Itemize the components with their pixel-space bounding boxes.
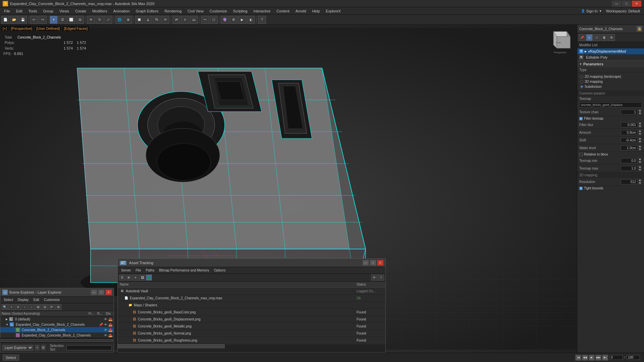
asset-grid-view-button[interactable]: ⊞: [126, 275, 132, 281]
resolution-down-button[interactable]: ▼: [638, 182, 642, 185]
active-shade-button[interactable]: ◐: [247, 16, 255, 24]
redo-button[interactable]: ↪: [39, 16, 47, 24]
navigation-cube[interactable]: Front Perspective: [547, 28, 574, 55]
texture-chan-up-button[interactable]: ▲: [638, 109, 642, 112]
rectangular-region-button[interactable]: ⬜: [67, 16, 75, 24]
explorer-up-button[interactable]: ↑: [22, 304, 28, 310]
move-button[interactable]: ✛: [87, 16, 95, 24]
explorer-sync-button[interactable]: ⟳: [49, 304, 55, 310]
asset-row-normal[interactable]: 🖼 Concrete_Bricks_geo6_Normal.png Found: [118, 330, 385, 337]
viewport-plus-label[interactable]: [+]: [1, 26, 8, 31]
mirror-button[interactable]: ⇌: [172, 16, 180, 24]
explorer-row-concrete-block[interactable]: □ Concrete_Block_2_Channels 👁 📤: [0, 327, 114, 333]
scene-explorer-close-button[interactable]: ✕: [106, 290, 112, 295]
param-filter-blur-value[interactable]: 0.001: [621, 122, 638, 127]
angle-snap-button[interactable]: ∡: [144, 16, 152, 24]
menu-group[interactable]: Group: [40, 8, 56, 14]
asset-hscrollbar[interactable]: [118, 344, 385, 348]
param-water-level-value[interactable]: 1.0cm: [621, 145, 638, 150]
texmap-max-up-button[interactable]: ▲: [638, 165, 642, 168]
scene-explorer-maximize-button[interactable]: □: [98, 290, 104, 295]
asset-menu-file[interactable]: File: [133, 268, 143, 273]
parameters-header[interactable]: ▼ Parameters: [577, 61, 644, 67]
param-texmap-min-value[interactable]: 0.0: [621, 158, 638, 163]
asset-row-displacement[interactable]: 🖼 Concrete_Bricks_geo6_Displacement.png …: [118, 316, 385, 323]
asset-hscroll-thumb[interactable]: [118, 344, 225, 348]
texmap-max-down-button[interactable]: ▼: [638, 168, 642, 171]
texmap-min-up-button[interactable]: ▲: [638, 158, 642, 161]
modifier-lock-button[interactable]: 🔒: [637, 26, 642, 32]
remove-modifier-button[interactable]: 🗑: [601, 34, 607, 41]
shift-up-button[interactable]: ▲: [638, 137, 642, 140]
texmap-value[interactable]: oncrete_Bricks_geo6_Displace: [579, 102, 642, 108]
material-editor-button[interactable]: 🔮: [221, 16, 229, 24]
configure-button[interactable]: ⚙: [608, 34, 615, 41]
texmap-min-down-button[interactable]: ▼: [638, 161, 642, 164]
render-frame-button[interactable]: ▶: [238, 16, 246, 24]
reference-coord-button[interactable]: 🌐: [115, 16, 123, 24]
explorer-collapse-all-button[interactable]: ⊟: [42, 304, 48, 310]
menu-modifiers[interactable]: Modifiers: [90, 8, 110, 14]
explorer-menu-edit[interactable]: Edit: [32, 297, 41, 302]
explorer-config-button[interactable]: ⚙: [41, 345, 45, 350]
viewport-edged-faces-label[interactable]: [Edged Faces]: [62, 26, 89, 31]
filter-blur-up-button[interactable]: ▲: [638, 122, 642, 125]
explorer-filter-button[interactable]: 🔍: [2, 304, 8, 310]
key-begin-button[interactable]: |◀: [575, 355, 581, 361]
asset-row-vault[interactable]: 🏛 Autodesk Vault Logged Ou...: [118, 288, 385, 295]
render-setup-button[interactable]: ⚙: [229, 16, 237, 24]
asset-row-roughness[interactable]: 🖼 Concrete_Bricks_geo6_Roughness.png Fou…: [118, 337, 385, 344]
filter-blur-down-button[interactable]: ▼: [638, 125, 642, 128]
texture-chan-down-button[interactable]: ▼: [638, 112, 642, 115]
asset-tracking-minimize-button[interactable]: —: [363, 260, 369, 265]
radio-3d-mapping[interactable]: 3D mapping: [580, 79, 641, 84]
select-button[interactable]: Select: [3, 355, 19, 361]
asset-menu-options[interactable]: Options: [212, 268, 227, 273]
water-level-down-button[interactable]: ▼: [638, 148, 642, 151]
explorer-row-expanded-clay-obj[interactable]: □ Expanded_Clay_Concrete_Block_2_Channel…: [0, 333, 114, 338]
menu-create[interactable]: Create: [72, 8, 89, 14]
radio-2d-mapping[interactable]: 2D mapping (landscape): [580, 74, 641, 79]
viewport-user-defined-label[interactable]: [User Defined]: [35, 26, 61, 31]
spinner-snap-button[interactable]: ⟳: [161, 16, 169, 24]
select-object-button[interactable]: ✦: [50, 16, 58, 24]
asset-menu-bitmap[interactable]: Bitmap Performance and Memory: [157, 268, 211, 273]
asset-help-button[interactable]: ?: [378, 275, 384, 281]
help-button[interactable]: ?: [258, 16, 266, 24]
schematic-view-button[interactable]: ⬡: [210, 16, 218, 24]
menu-file[interactable]: File: [1, 8, 13, 14]
explorer-down-button[interactable]: ↓: [29, 304, 35, 310]
param-shift-value[interactable]: -0.4cm: [621, 138, 638, 143]
resolution-up-button[interactable]: ▲: [638, 179, 642, 182]
select-by-name-button[interactable]: ☰: [58, 16, 66, 24]
curve-editor-button[interactable]: 〜: [201, 16, 209, 24]
asset-list-view-button[interactable]: ☰: [119, 275, 125, 281]
explorer-expand-all-button[interactable]: ⊞: [35, 304, 41, 310]
play-button[interactable]: ▶: [589, 355, 595, 361]
asset-row-max-file[interactable]: 📄 Expanded_Clay_Concrete_Block_2_Channel…: [118, 295, 385, 302]
asset-tracking-close-button[interactable]: ✕: [377, 260, 383, 265]
scale-button[interactable]: ⤢: [104, 16, 112, 24]
menu-explorex[interactable]: ExploreX: [323, 8, 343, 14]
show-end-result-button[interactable]: ⊙: [586, 34, 593, 41]
menu-rendering[interactable]: Rendering: [162, 8, 184, 14]
layer-manager-button[interactable]: 🗂: [190, 16, 198, 24]
menu-customize[interactable]: Customize: [207, 8, 230, 14]
menu-graph-editors[interactable]: Graph Editors: [133, 8, 161, 14]
modifier-item-vray[interactable]: 👁 ▶ vRayDisplacementMod: [577, 48, 644, 54]
asset-menu-server[interactable]: Server: [119, 268, 133, 273]
asset-vscrollbar-bottom[interactable]: [118, 348, 385, 352]
explorer-hscrollbar[interactable]: [0, 338, 114, 343]
viewport-perspective-label[interactable]: [Perspective]: [10, 26, 34, 31]
align-button[interactable]: ≡: [181, 16, 189, 24]
explorer-menu-select[interactable]: Select: [2, 297, 15, 302]
menu-animation[interactable]: Animation: [111, 8, 132, 14]
menu-content[interactable]: Content: [274, 8, 292, 14]
radio-subdivision[interactable]: Subdivision: [580, 84, 641, 89]
modifier-visibility-icon[interactable]: 👁: [579, 49, 583, 53]
next-key-button[interactable]: ▶▶: [595, 355, 601, 361]
pin-stack-button[interactable]: 📌: [579, 34, 585, 41]
menu-views[interactable]: Views: [57, 8, 72, 14]
minimize-button[interactable]: —: [612, 1, 621, 7]
relative-bbox-checkbox[interactable]: [579, 153, 583, 156]
